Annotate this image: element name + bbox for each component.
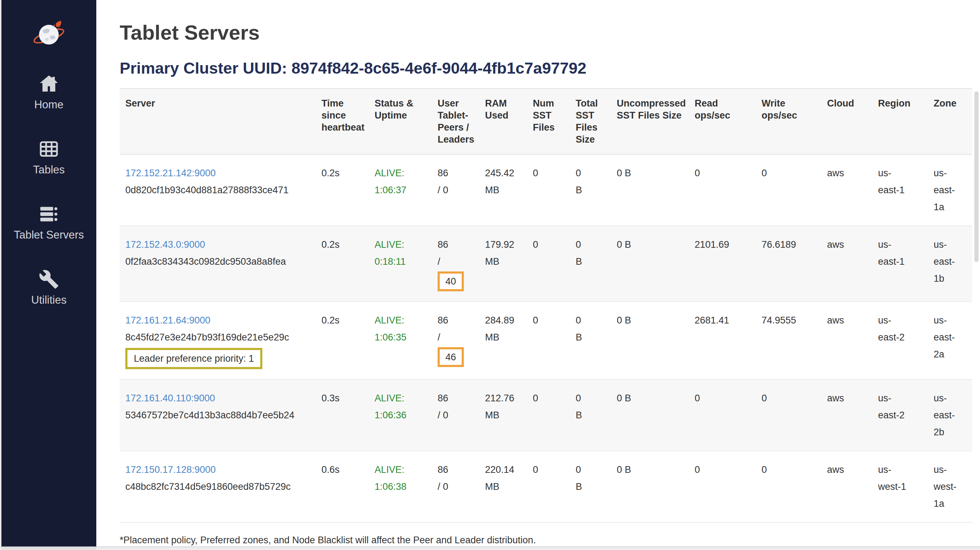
status-line: 1:06:36 [375, 407, 426, 424]
ram-cell: 179.92 MB [479, 226, 527, 302]
utilities-icon [38, 269, 59, 289]
status-line: ALIVE: [375, 461, 426, 478]
region-cell: us-east-1 [872, 226, 928, 302]
num-sst-cell: 0 [527, 226, 570, 302]
zone-cell: us-east-2b [928, 379, 972, 451]
server-cell: 172.152.21.142:90000d820cf1b93c40d881a27… [120, 154, 316, 226]
sidebar-item-label: Home [34, 99, 64, 111]
heartbeat-cell: 0.3s [316, 379, 369, 451]
placement-policy-note: *Placement policy, Preferred zones, and … [120, 535, 971, 546]
server-uuid: 8c45fd27e3e24b7b93f169de21e5e29c [125, 329, 310, 346]
planet-rocket-icon [32, 17, 66, 51]
server-address-link[interactable]: 172.152.43.0:9000 [125, 239, 205, 250]
vertical-scrollbar-thumb[interactable] [974, 91, 978, 262]
status-line: ALIVE: [375, 389, 426, 407]
sidebar-item-label: Utilities [31, 294, 67, 307]
region-value: us-east-2 [878, 312, 907, 346]
leaders-count-highlight: 46 [438, 347, 464, 367]
read-ops-cell: 0 [689, 154, 756, 226]
status-line: 1:06:37 [375, 181, 426, 199]
status-line: ALIVE: [375, 236, 426, 253]
sidebar: Home Tables Tablet Servers Utilities [2, 0, 96, 550]
sidebar-item-tablet-servers[interactable]: Tablet Servers [14, 204, 84, 242]
num-sst-cell: 0 [527, 302, 570, 379]
region-cell: us-east-2 [872, 379, 928, 451]
server-address-link[interactable]: 172.161.40.110:9000 [125, 393, 215, 404]
status-line: ALIVE: [375, 165, 426, 181]
tserver-row: 172.161.21.64:90008c45fd27e3e24b7b93f169… [120, 302, 972, 379]
col-cloud: Cloud [821, 89, 872, 154]
read-ops-cell: 0 [689, 379, 756, 451]
peers-cell: 86/ 0 [432, 451, 479, 522]
tserver-table-body: 172.152.21.142:90000d820cf1b93c40d881a27… [120, 154, 972, 522]
col-read-ops: Read ops/sec [689, 89, 756, 154]
uncompressed-sst-size-cell: 0 B [611, 379, 689, 451]
horizontal-scrollbar[interactable] [0, 547, 980, 550]
cloud-cell: aws [821, 379, 872, 451]
status-cell: ALIVE:1:06:37 [369, 154, 432, 226]
zone-value: us-east-2b [934, 389, 963, 440]
num-sst-cell: 0 [527, 154, 570, 226]
ram-cell: 284.89 MB [479, 302, 527, 379]
zone-value: us-east-1b [934, 236, 963, 287]
server-address-link[interactable]: 172.150.17.128:9000 [125, 464, 216, 475]
peers-leaders: / 0 [438, 181, 474, 199]
ram-cell: 220.14 MB [479, 451, 527, 522]
peers-total: 86 [438, 165, 474, 181]
main-content: Tablet Servers Primary Cluster UUID: 897… [96, 21, 980, 550]
region-value: us-east-1 [878, 165, 907, 199]
zone-cell: us-east-1a [928, 154, 972, 226]
total-sst-size-cell: 0B [570, 379, 611, 451]
server-uuid: c48bc82fc7314d5e91860eed87b5729c [125, 478, 310, 495]
sidebar-item-tables[interactable]: Tables [33, 139, 65, 176]
zone-cell: us-east-2a [928, 302, 972, 379]
peers-cell: 86/40 [432, 226, 479, 302]
server-address-link[interactable]: 172.161.21.64:9000 [125, 315, 210, 326]
server-address-link[interactable]: 172.152.21.142:9000 [125, 168, 216, 178]
server-uuid: 0d820cf1b93c40d881a27888f33ce471 [125, 181, 310, 199]
window-edge [0, 0, 2, 550]
heartbeat-cell: 0.2s [316, 226, 369, 302]
num-sst-cell: 0 [527, 451, 570, 522]
server-uuid: 53467572be7c4d13b3ac88d4b7ee5b24 [125, 407, 310, 424]
col-write-ops: Write ops/sec [756, 89, 821, 154]
server-cell: 172.161.40.110:900053467572be7c4d13b3ac8… [120, 379, 316, 451]
write-ops-cell: 74.9555 [756, 302, 821, 379]
status-cell: ALIVE:1:06:38 [369, 451, 432, 522]
cloud-cell: aws [821, 302, 872, 379]
heartbeat-cell: 0.2s [316, 302, 369, 379]
peers-cell: 86/ 0 [432, 379, 479, 451]
tables-icon [38, 139, 59, 159]
total-sst-size-cell: 0B [570, 226, 611, 302]
read-ops-cell: 2101.69 [689, 226, 756, 302]
page-title: Tablet Servers [120, 21, 971, 44]
read-ops-cell: 0 [689, 451, 756, 522]
cloud-cell: aws [821, 451, 872, 522]
server-cell: 172.150.17.128:9000c48bc82fc7314d5e91860… [120, 451, 316, 522]
tserver-row: 172.150.17.128:9000c48bc82fc7314d5e91860… [120, 451, 972, 522]
col-uncompressed-sst-size: Uncompressed SST Files Size [611, 89, 689, 154]
peers-total: 86 [438, 236, 474, 253]
col-heartbeat: Time since heartbeat [316, 89, 369, 154]
col-peers-leaders: User Tablet-Peers / Leaders [432, 89, 479, 154]
total-sst-size-cell: 0B [570, 302, 611, 379]
sidebar-item-utilities[interactable]: Utilities [31, 269, 67, 307]
table-header-row: Server Time since heartbeat Status & Upt… [120, 89, 972, 154]
uncompressed-sst-size-cell: 0 B [611, 302, 689, 379]
write-ops-cell: 0 [756, 451, 821, 522]
status-line: 0:18:11 [375, 253, 426, 270]
tserver-row: 172.161.40.110:900053467572be7c4d13b3ac8… [120, 379, 972, 451]
sidebar-item-home[interactable]: Home [34, 74, 64, 111]
col-ram-used: RAM Used [479, 89, 527, 154]
zone-value: us-east-2a [934, 312, 963, 363]
read-ops-cell: 2681.41 [689, 302, 756, 379]
heartbeat-cell: 0.2s [316, 154, 369, 226]
yugabyte-logo[interactable] [32, 17, 66, 46]
status-cell: ALIVE:1:06:36 [369, 379, 432, 451]
uncompressed-sst-size-cell: 0 B [611, 226, 689, 302]
status-line: 1:06:38 [375, 478, 426, 495]
status-cell: ALIVE:0:18:11 [369, 226, 432, 302]
write-ops-cell: 76.6189 [756, 226, 821, 302]
write-ops-cell: 0 [756, 379, 821, 451]
col-server: Server [120, 89, 316, 154]
